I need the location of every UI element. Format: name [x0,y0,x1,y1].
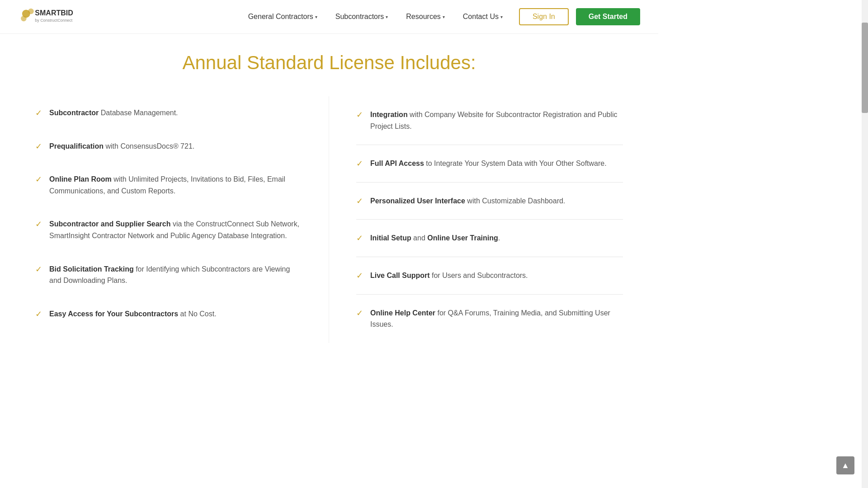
list-item: ✓ Subcontractor Database Management. [35,96,302,130]
feature-text: Initial Setup and Online User Training. [370,232,500,244]
check-icon: ✓ [356,271,363,281]
feature-text: Bid Solicitation Tracking for Identifyin… [49,263,302,286]
feature-text: Integration with Company Website for Sub… [370,109,623,132]
list-item: ✓ Integration with Company Website for S… [356,96,623,145]
signin-button[interactable]: Sign In [519,8,569,25]
check-icon: ✓ [356,233,363,243]
nav-resources-label: Resources [406,13,440,21]
nav-contact-us-label: Contact Us [463,13,499,21]
feature-text: Full API Access to Integrate Your System… [370,158,607,169]
feature-text: Personalized User Interface with Customi… [370,195,565,207]
svg-text:by ConstructConnect: by ConstructConnect [35,18,72,23]
feature-text: Subcontractor and Supplier Search via th… [49,218,302,241]
chevron-down-icon: ▾ [443,14,445,19]
list-item: ✓ Live Call Support for Users and Subcon… [356,257,623,295]
list-item: ✓ Subcontractor and Supplier Search via … [35,207,302,252]
nav-contact-us[interactable]: Contact Us ▾ [456,9,510,24]
page-title: Annual Standard License Includes: [27,52,631,74]
check-icon: ✓ [35,108,42,118]
check-icon: ✓ [356,308,363,318]
chevron-down-icon: ▾ [315,14,317,19]
check-icon: ✓ [356,110,363,120]
list-item: ✓ Easy Access for Your Subcontractors at… [35,297,302,331]
feature-text: Live Call Support for Users and Subcontr… [370,270,528,282]
check-icon: ✓ [356,159,363,169]
right-features-column: ✓ Integration with Company Website for S… [329,96,623,343]
svg-point-2 [21,16,26,21]
feature-text: Online Plan Room with Unlimited Projects… [49,174,302,197]
svg-point-1 [28,9,33,14]
features-grid: ✓ Subcontractor Database Management. ✓ P… [35,96,623,343]
logo[interactable]: SMARTBID by ConstructConnect [18,5,90,28]
feature-text: Prequalification with ConsensusDocs® 721… [49,141,194,152]
nav-general-contractors-label: General Contractors [248,13,313,21]
list-item: ✓ Prequalification with ConsensusDocs® 7… [35,130,302,163]
getstarted-button[interactable]: Get Started [576,8,640,25]
navbar: SMARTBID by ConstructConnect General Con… [0,0,658,34]
check-icon: ✓ [356,196,363,206]
list-item: ✓ Bid Solicitation Tracking for Identify… [35,253,302,297]
list-item: ✓ Initial Setup and Online User Training… [356,220,623,257]
chevron-down-icon: ▾ [500,14,503,19]
chevron-down-icon: ▾ [386,14,388,19]
check-icon: ✓ [35,309,42,319]
feature-text: Subcontractor Database Management. [49,107,178,119]
check-icon: ✓ [35,141,42,151]
feature-text: Online Help Center for Q&A Forums, Train… [370,307,623,330]
left-features-column: ✓ Subcontractor Database Management. ✓ P… [35,96,329,343]
check-icon: ✓ [35,219,42,229]
feature-text: Easy Access for Your Subcontractors at N… [49,308,217,320]
list-item: ✓ Online Help Center for Q&A Forums, Tra… [356,295,623,343]
check-icon: ✓ [35,264,42,274]
list-item: ✓ Online Plan Room with Unlimited Projec… [35,163,302,207]
list-item: ✓ Full API Access to Integrate Your Syst… [356,145,623,183]
check-icon: ✓ [35,174,42,184]
nav-general-contractors[interactable]: General Contractors ▾ [241,9,325,24]
svg-text:SMARTBID: SMARTBID [35,9,73,17]
nav-subcontractors[interactable]: Subcontractors ▾ [328,9,396,24]
list-item: ✓ Personalized User Interface with Custo… [356,183,623,220]
main-content: Annual Standard License Includes: ✓ Subc… [0,34,658,370]
nav-resources[interactable]: Resources ▾ [399,9,452,24]
nav-subcontractors-label: Subcontractors [335,13,384,21]
nav-links: General Contractors ▾ Subcontractors ▾ R… [241,8,640,25]
